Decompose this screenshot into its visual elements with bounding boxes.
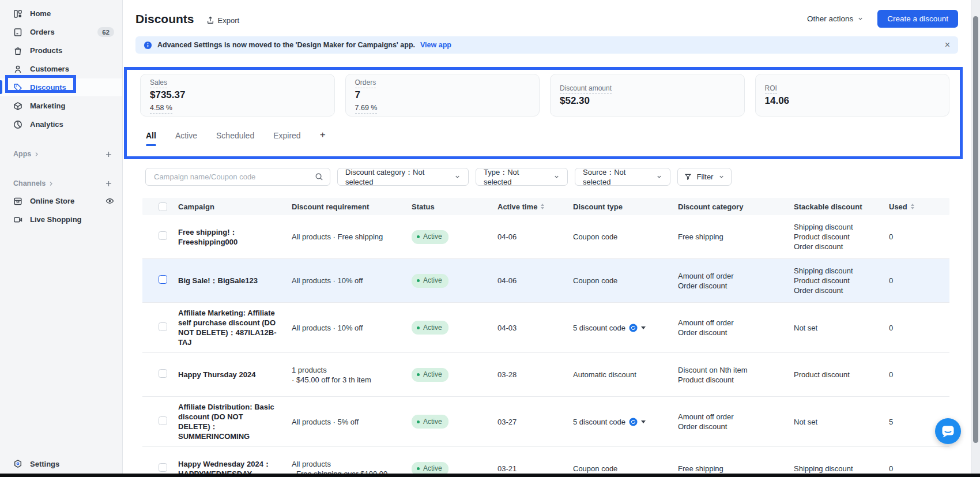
sidebar-item-products[interactable]: Products xyxy=(0,42,122,59)
channels-label: Channels xyxy=(13,179,46,187)
info-banner: Advanced Settings is now moved to the 'D… xyxy=(135,36,958,54)
discount-type-dropdown[interactable]: 5 discount code xyxy=(573,323,678,333)
other-actions-button[interactable]: Other actions xyxy=(807,14,864,23)
stat-value: $52.30 xyxy=(560,95,735,107)
status-cell: Active xyxy=(412,321,497,335)
search-input[interactable] xyxy=(153,172,315,182)
row-checkbox[interactable] xyxy=(159,231,167,240)
row-checkbox[interactable] xyxy=(159,463,167,472)
tab-all[interactable]: All xyxy=(146,131,156,146)
campaign-name[interactable]: Affiliate Marketing: Affiliate self purc… xyxy=(178,308,292,347)
stat-label: Orders xyxy=(355,78,376,88)
sidebar-item-home[interactable]: Home xyxy=(0,5,122,22)
col-stackable-discount: Stackable discount xyxy=(794,202,889,211)
row-checkbox[interactable] xyxy=(159,275,167,284)
campaign-name[interactable]: Affiliate Distribution: Basic discount (… xyxy=(178,402,292,441)
row-checkbox[interactable] xyxy=(159,416,167,425)
sidebar: Home Orders 62 Products Customers Disc xyxy=(0,0,123,477)
add-channel-icon[interactable] xyxy=(105,180,112,187)
tab-expired[interactable]: Expired xyxy=(273,131,300,146)
source-dropdown[interactable]: Source：Not selected xyxy=(575,168,670,186)
chat-support-button[interactable] xyxy=(935,418,961,444)
sidebar-item-label: Live Shopping xyxy=(30,215,82,224)
sidebar-item-live-shopping[interactable]: Live Shopping xyxy=(0,211,122,228)
sort-icon[interactable] xyxy=(911,204,914,209)
campaign-name[interactable]: Free shipping!：Freeshipping000 xyxy=(178,227,292,247)
eye-icon[interactable] xyxy=(105,197,114,205)
discount-category: Free shipping xyxy=(678,232,794,242)
discount-requirement: All products · Free shipping xyxy=(292,232,412,242)
export-button[interactable]: Export xyxy=(206,16,240,25)
analytics-icon xyxy=(13,120,22,129)
close-icon[interactable]: × xyxy=(945,40,950,50)
discount-category-dropdown[interactable]: Discount category：Not selected xyxy=(337,168,469,186)
chevron-down-icon xyxy=(454,174,461,180)
discount-requirement: All products · 10% off xyxy=(292,323,412,333)
chevron-right-icon xyxy=(48,181,54,186)
sidebar-item-marketing[interactable]: Marketing xyxy=(0,97,122,115)
scrollbar-thumb[interactable] xyxy=(973,16,978,443)
stackable-discount: Shipping discountProduct discountOrder d… xyxy=(794,222,889,251)
campaign-name[interactable]: Happy Thursday 2024 xyxy=(178,370,292,380)
col-discount-type: Discount type xyxy=(573,202,678,211)
caret-down-icon xyxy=(641,326,646,329)
discount-type: Coupon code xyxy=(573,464,678,474)
chevron-down-icon xyxy=(656,174,662,180)
stat-card-discount-amount: Discount amount $52.30 xyxy=(550,74,745,117)
row-checkbox[interactable] xyxy=(159,322,167,331)
status-cell: Active xyxy=(412,274,497,288)
chevron-down-icon xyxy=(718,174,725,180)
table-row: Happy Thursday 2024 1 products· $45.00 o… xyxy=(142,353,949,397)
active-time: 03-28 xyxy=(497,370,573,380)
search-icon[interactable] xyxy=(315,172,323,181)
sidebar-item-label: Customers xyxy=(30,65,69,73)
stat-label: Discount amount xyxy=(560,84,612,94)
sidebar-item-orders[interactable]: Orders 62 xyxy=(0,23,122,41)
campaign-name[interactable]: Big Sale!：BigSale123 xyxy=(178,276,292,286)
tab-active[interactable]: Active xyxy=(175,131,197,146)
type-dropdown[interactable]: Type：Not selected xyxy=(476,168,568,186)
col-used[interactable]: Used xyxy=(889,202,949,211)
sidebar-item-label: Marketing xyxy=(30,102,65,110)
view-app-link[interactable]: View app xyxy=(420,41,451,49)
active-time: 03-21 xyxy=(497,464,573,474)
table-row: Free shipping!：Freeshipping000 All produ… xyxy=(142,215,949,259)
scrollbar-track[interactable] xyxy=(971,0,980,477)
sort-icon[interactable] xyxy=(541,204,544,209)
col-discount-category: Discount category xyxy=(678,202,794,211)
status-dot-icon xyxy=(417,326,420,329)
discount-category: Amount off orderOrder discount xyxy=(678,318,794,337)
add-app-icon[interactable] xyxy=(105,151,112,158)
sidebar-item-online-store[interactable]: Online Store xyxy=(0,192,122,210)
col-active-time[interactable]: Active time xyxy=(497,202,573,211)
sidebar-item-discounts[interactable]: Discounts xyxy=(0,78,122,96)
sidebar-item-settings[interactable]: Settings xyxy=(0,458,122,470)
info-icon xyxy=(144,41,152,50)
discount-requirement: All products · 5% off xyxy=(292,417,412,427)
create-discount-button[interactable]: Create a discount xyxy=(877,10,958,28)
tab-scheduled[interactable]: Scheduled xyxy=(216,131,254,146)
orders-count-badge: 62 xyxy=(97,27,114,37)
stackable-discount: Shipping discountProduct discountOrder d… xyxy=(794,266,889,295)
used-count: 0 xyxy=(889,370,949,380)
filter-button[interactable]: Filter xyxy=(677,168,732,186)
stat-value: 7 xyxy=(355,89,530,101)
table-row: Happy Wednesday 2024：HAPPYWEDNESDAY All … xyxy=(142,447,949,477)
col-status: Status xyxy=(412,202,497,211)
sidebar-section-apps[interactable]: Apps xyxy=(0,148,122,160)
discount-type: Automatic discount xyxy=(573,370,678,380)
sidebar-item-analytics[interactable]: Analytics xyxy=(0,115,122,133)
add-tab-button[interactable]: + xyxy=(320,129,326,146)
sidebar-item-label: Analytics xyxy=(30,120,63,129)
table-row: Affiliate Distribution: Basic discount (… xyxy=(142,397,949,447)
apps-label: Apps xyxy=(13,150,31,158)
discount-tag-icon xyxy=(13,83,22,92)
select-all-checkbox[interactable] xyxy=(159,202,167,211)
used-count: 0 xyxy=(889,276,949,286)
discount-type-dropdown[interactable]: 5 discount code xyxy=(573,417,678,427)
row-checkbox[interactable] xyxy=(159,369,167,378)
page-title: Discounts xyxy=(135,12,194,26)
sidebar-item-customers[interactable]: Customers xyxy=(0,60,122,78)
sidebar-item-label: Discounts xyxy=(30,83,66,92)
sidebar-section-channels[interactable]: Channels xyxy=(0,178,122,189)
